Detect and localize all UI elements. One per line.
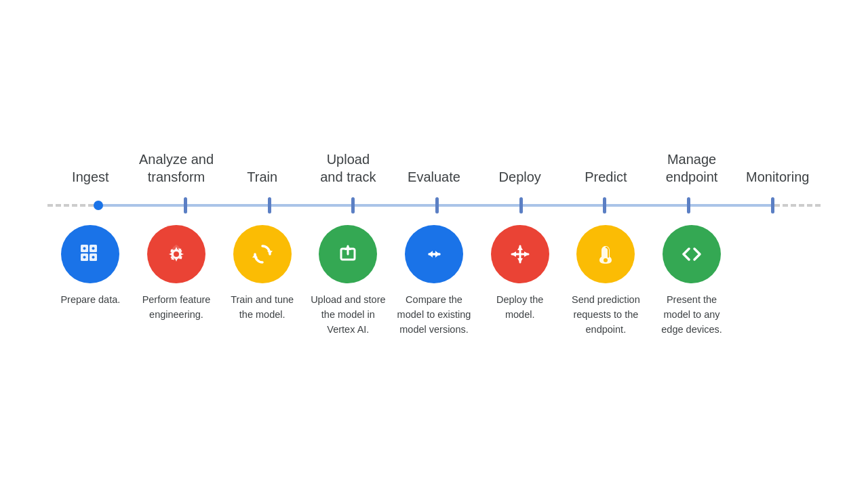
step-analyze: Perform feature engineering. [134,225,220,323]
svg-marker-12 [252,254,258,258]
svg-point-7 [92,256,95,259]
svg-point-4 [83,247,86,250]
step-manage: Present the model to any edge devices. [649,225,735,337]
svg-marker-23 [524,251,529,257]
icon-upload [319,225,377,283]
svg-marker-21 [517,258,523,263]
desc-train: Train and tune the model. [223,293,301,323]
icon-ingest [61,225,119,283]
labels-row: Ingest Analyze andtransform Train Upload… [47,150,821,186]
label-manage: Manageendpoint [649,150,735,186]
step-upload: Upload and store the model in Vertex AI. [305,225,391,337]
svg-marker-11 [267,251,273,254]
desc-evaluate: Compare the model to existing model vers… [395,293,473,337]
step-evaluate: Compare the model to existing model vers… [391,225,477,337]
desc-ingest: Prepare data. [60,293,120,308]
svg-marker-16 [429,251,433,258]
svg-marker-20 [517,245,523,250]
svg-point-24 [604,258,608,262]
tick-0 [94,201,103,210]
icon-evaluate [405,225,463,283]
diagram: Ingest Analyze andtransform Train Upload… [27,150,841,337]
label-evaluate-text: Evaluate [408,168,460,186]
icon-train [233,225,292,283]
label-manage-text: Manageendpoint [666,150,718,186]
label-deploy: Deploy [477,168,563,186]
icons-desc-row: Prepare data. [47,225,821,337]
tick-7 [687,197,690,214]
label-ingest-text: Ingest [72,168,108,186]
step-train: Train and tune the model. [219,225,305,323]
icon-analyze [147,225,205,283]
label-evaluate: Evaluate [391,168,477,186]
tick-4 [435,197,439,214]
svg-point-10 [174,251,179,257]
step-deploy: Deploy the model. [477,225,563,323]
label-predict: Predict [563,168,649,186]
label-ingest: Ingest [47,168,134,186]
step-ingest: Prepare data. [47,225,134,308]
tick-8 [771,197,774,214]
tick-2 [268,197,271,214]
icon-deploy [491,225,549,283]
label-deploy-text: Deploy [499,168,541,186]
desc-manage: Present the model to any edge devices. [653,293,731,337]
label-analyze-text: Analyze andtransform [139,150,214,186]
desc-upload: Upload and store the model in Vertex AI. [309,293,387,337]
desc-deploy: Deploy the model. [481,293,559,323]
label-upload: Uploadand track [305,150,391,186]
label-monitoring: Monitoring [734,168,821,186]
label-upload-text: Uploadand track [320,150,376,186]
label-analyze: Analyze andtransform [134,150,220,186]
svg-marker-22 [511,251,516,257]
svg-point-6 [83,256,86,259]
tick-3 [351,197,355,214]
tick-1 [184,197,187,214]
timeline-ticks [47,195,821,216]
icon-manage [663,225,721,283]
tick-5 [519,197,523,214]
svg-point-5 [92,247,95,250]
svg-marker-17 [435,251,439,258]
desc-predict: Send prediction requests to the endpoint… [567,293,645,337]
icon-predict [576,225,635,283]
label-predict-text: Predict [585,168,627,186]
step-predict: Send prediction requests to the endpoint… [563,225,649,337]
tick-6 [603,197,606,214]
desc-analyze: Perform feature engineering. [138,293,216,323]
label-train: Train [219,168,305,186]
timeline [47,195,821,216]
label-monitoring-text: Monitoring [746,168,809,186]
label-train-text: Train [247,168,277,186]
